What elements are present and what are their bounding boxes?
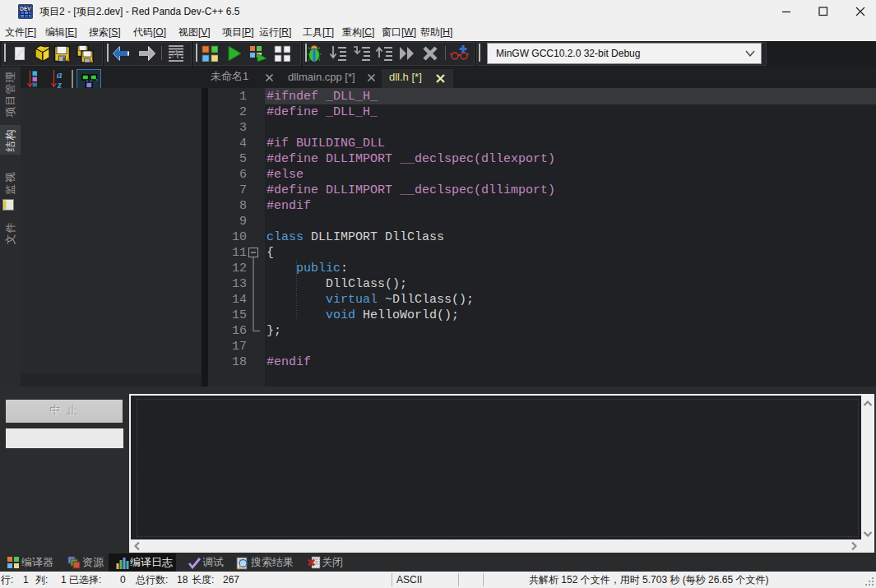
svg-text:DEV: DEV <box>20 6 31 12</box>
svg-text:A: A <box>171 49 179 61</box>
